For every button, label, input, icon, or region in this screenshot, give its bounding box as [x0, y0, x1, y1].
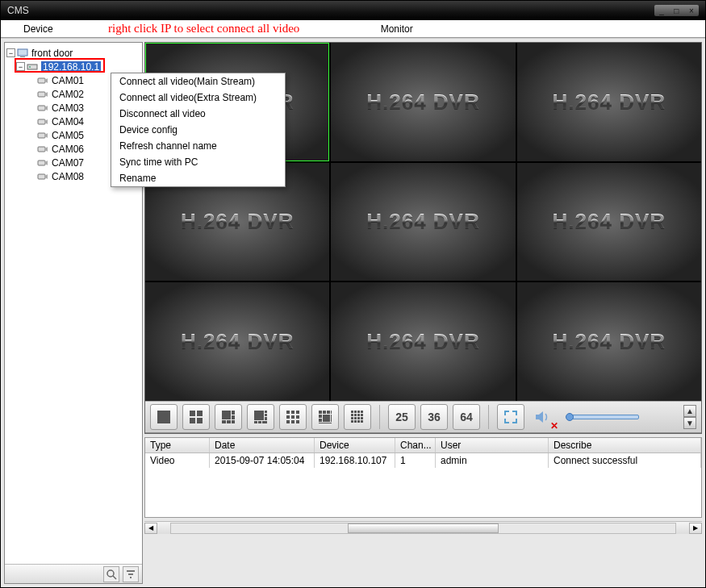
svg-rect-56 — [361, 411, 363, 413]
video-placeholder-text: H.264 DVR — [181, 329, 295, 354]
close-icon[interactable]: × — [689, 6, 694, 15]
scroll-track[interactable] — [170, 523, 676, 534]
svg-rect-40 — [296, 415, 299, 419]
svg-rect-26 — [227, 420, 231, 423]
video-placeholder-text: H.264 DVR — [366, 329, 480, 354]
log-device: 192.168.10.107 — [315, 453, 395, 468]
log-col-channel[interactable]: Chan... — [395, 438, 436, 452]
scroll-right-icon[interactable]: ▶ — [689, 523, 702, 534]
search-icon[interactable] — [103, 566, 119, 582]
tree-ip-label[interactable]: 192.168.10.1 — [41, 61, 101, 73]
video-cell[interactable]: H.264 DVR — [517, 282, 701, 401]
camera-icon — [37, 117, 48, 127]
tree-cam-label: CAM02 — [52, 89, 84, 100]
svg-rect-15 — [128, 573, 133, 575]
log-table: Type Date Device Chan... User Describe V… — [144, 437, 702, 518]
maximize-icon[interactable]: □ — [674, 6, 679, 15]
svg-rect-44 — [319, 411, 322, 414]
log-type: Video — [145, 453, 210, 468]
menu-device[interactable]: Device — [1, 23, 76, 35]
layout-1-button[interactable] — [150, 404, 178, 430]
svg-rect-68 — [361, 420, 363, 423]
video-cell[interactable]: H.264 DVR — [145, 282, 329, 401]
filter-icon[interactable] — [123, 566, 139, 582]
tree-cam-label: CAM06 — [52, 144, 84, 155]
scroll-arrows: ▲ ▼ — [683, 405, 696, 429]
log-col-type[interactable]: Type — [145, 438, 210, 452]
svg-rect-1 — [20, 56, 25, 57]
layout-16-button[interactable] — [344, 404, 371, 430]
video-placeholder-text: H.264 DVR — [366, 209, 480, 234]
slider-thumb[interactable] — [566, 413, 574, 421]
tree-ip-node[interactable]: − 192.168.10.1 — [6, 60, 140, 73]
video-cell[interactable]: H.264 DVR — [331, 282, 515, 401]
tree-search-bar — [5, 564, 142, 583]
menu-bar: Device right click IP to select connect … — [1, 20, 705, 38]
camera-icon — [37, 103, 48, 113]
context-device-config[interactable]: Device config — [111, 122, 285, 138]
video-placeholder-text: H.264 DVR — [553, 90, 666, 115]
layout-9-button[interactable] — [279, 404, 307, 430]
context-menu: Connect all video(Main Stream) Connect a… — [111, 73, 286, 187]
video-cell[interactable]: H.264 DVR — [517, 43, 701, 161]
layout-13-button[interactable] — [311, 404, 339, 430]
volume-slider[interactable] — [566, 415, 639, 419]
instruction-text: right click IP to select connect all vid… — [108, 22, 299, 35]
svg-rect-35 — [286, 411, 290, 414]
svg-rect-57 — [351, 414, 353, 416]
svg-rect-22 — [222, 411, 231, 419]
svg-rect-18 — [190, 411, 195, 416]
video-cell[interactable]: H.264 DVR — [517, 163, 701, 281]
svg-rect-55 — [357, 411, 360, 413]
svg-rect-34 — [262, 421, 267, 423]
camera-icon — [37, 158, 48, 168]
scroll-down-icon[interactable]: ▼ — [683, 417, 696, 429]
scroll-left-icon[interactable]: ◀ — [144, 523, 157, 534]
menu-monitor[interactable]: Monitor — [358, 23, 436, 35]
layout-36-button[interactable]: 36 — [420, 404, 448, 430]
scroll-thumb[interactable] — [348, 523, 499, 533]
layout-6-button[interactable] — [215, 404, 242, 430]
log-col-device[interactable]: Device — [315, 438, 395, 452]
svg-rect-64 — [361, 417, 363, 419]
log-row[interactable]: Video 2015-09-07 14:05:04 192.168.10.107… — [145, 453, 701, 468]
layout-8-button[interactable] — [247, 404, 274, 430]
svg-rect-38 — [286, 415, 290, 419]
log-col-user[interactable]: User — [436, 438, 549, 452]
video-cell[interactable]: H.264 DVR — [331, 163, 515, 281]
fullscreen-button[interactable] — [497, 404, 524, 430]
svg-rect-10 — [38, 161, 45, 165]
scroll-up-icon[interactable]: ▲ — [683, 405, 696, 417]
layout-4-button[interactable] — [182, 404, 210, 430]
tree-root[interactable]: − front door — [6, 46, 140, 60]
svg-rect-4 — [38, 78, 45, 83]
collapse-icon[interactable]: − — [16, 62, 25, 71]
toolbar-separator — [488, 405, 489, 429]
log-col-describe[interactable]: Describe — [549, 438, 701, 452]
window-title: CMS — [7, 5, 29, 16]
context-rename[interactable]: Rename — [111, 170, 285, 186]
svg-rect-33 — [258, 421, 261, 423]
layout-25-button[interactable]: 25 — [388, 404, 416, 430]
svg-rect-27 — [232, 420, 235, 423]
minimize-icon[interactable]: _ — [659, 6, 664, 15]
svg-rect-53 — [351, 411, 353, 413]
mute-button[interactable] — [529, 404, 557, 430]
log-header: Type Date Device Chan... User Describe — [145, 438, 701, 453]
collapse-icon[interactable]: − — [6, 48, 15, 57]
window-controls[interactable]: _ □ × — [654, 5, 699, 16]
horizontal-scrollbar[interactable]: ◀ ▶ — [144, 521, 702, 534]
context-refresh[interactable]: Refresh channel name — [111, 138, 285, 154]
video-cell[interactable]: H.264 DVR — [331, 43, 515, 161]
svg-rect-2 — [27, 65, 37, 69]
context-connect-extra[interactable]: Connect all video(Extra Stream) — [111, 90, 285, 106]
layout-64-button[interactable]: 64 — [453, 404, 480, 430]
context-disconnect[interactable]: Disconnect all video — [111, 106, 285, 122]
svg-rect-51 — [331, 415, 332, 422]
context-connect-main[interactable]: Connect all video(Main Stream) — [111, 73, 285, 90]
svg-rect-41 — [286, 420, 290, 423]
video-placeholder-text: H.264 DVR — [181, 209, 295, 234]
svg-rect-60 — [361, 414, 363, 416]
context-sync-time[interactable]: Sync time with PC — [111, 154, 285, 170]
log-col-date[interactable]: Date — [210, 438, 315, 452]
